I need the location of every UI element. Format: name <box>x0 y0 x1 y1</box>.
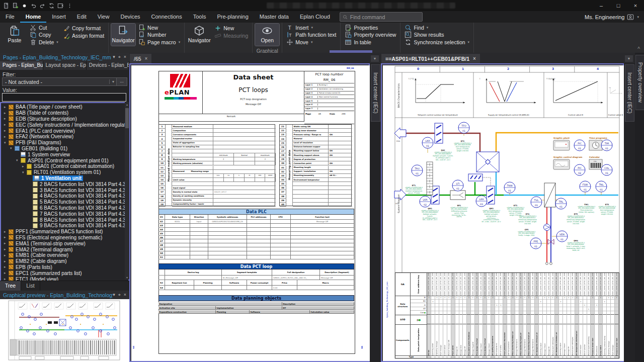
ribbon-number-button[interactable]: 12Number <box>137 31 182 38</box>
qat-closeed-icon[interactable] <box>56 2 64 10</box>
tree-item[interactable]: 1 Ventilation unit <box>1 175 128 182</box>
close-icon[interactable]: × <box>124 292 126 298</box>
tree-item[interactable]: ▾RLT01 (Ventilation system 01) <box>1 169 128 175</box>
tree-item[interactable]: ▸EMB1 (Cable overview) <box>1 252 128 258</box>
page-ref-top[interactable]: RM_06 <box>347 67 354 69</box>
tree-item[interactable]: 6 BACS function list VDI 3814 Part 4.3 <box>1 205 128 211</box>
ribbon-delete-button[interactable]: Delete▾ <box>28 39 60 46</box>
ribbon-navigator-button[interactable]: Navigator <box>187 24 211 46</box>
tree-item[interactable]: 8 BACS function list VDI 3814 Part 4.3 <box>1 217 128 223</box>
ribbon-show-results-button[interactable]: Show results <box>403 31 471 38</box>
datasheet-viewport[interactable]: RM_066466ePLANData sheetPCT loopsPCT loo… <box>129 63 370 362</box>
panel-tab-0[interactable]: Pages - Eplan_Buildin... <box>0 61 43 70</box>
ribbon-collapse-button[interactable]: ^ <box>637 46 640 52</box>
ribbon-open-button[interactable]: Open <box>255 24 279 46</box>
pin-icon[interactable]: ⌖ <box>118 292 121 298</box>
ribbon-cut-button[interactable]: Cut <box>28 24 60 31</box>
ribbon-tab-insert[interactable]: Insert <box>46 11 71 23</box>
ribbon-paste-button[interactable]: Paste <box>3 24 27 46</box>
close-icon[interactable]: × <box>473 56 476 61</box>
close-icon[interactable]: × <box>124 54 126 60</box>
qat-pageplus-icon[interactable] <box>11 2 19 10</box>
ribbon-property-overview-button[interactable]: Property overview <box>343 31 397 38</box>
tree-item[interactable]: ▾GEB01 (Building 01) <box>1 146 128 152</box>
ribbon-tab-file[interactable]: File <box>0 11 20 23</box>
command-search-input[interactable]: Find command <box>340 12 423 22</box>
ribbon-new-button[interactable]: New <box>213 24 250 32</box>
tab-list-dropdown[interactable]: ▼ <box>371 55 379 62</box>
tree-item[interactable]: ▸EPB (Parts lists) <box>1 264 128 270</box>
ribbon-insert-button[interactable]: TInsert▾ <box>285 24 338 31</box>
tree-item[interactable]: 2 BACS function list VDI 3814 Part 4.3 <box>1 181 128 187</box>
ribbon-properties-button[interactable]: Properties <box>343 24 397 31</box>
ribbon-find-button[interactable]: Find▾ <box>403 24 471 31</box>
ribbon-measuring-button[interactable]: Measuring <box>213 32 250 39</box>
close-icon[interactable]: × <box>145 56 148 61</box>
tree-item[interactable]: 1 System overview <box>1 151 128 157</box>
tab-tree[interactable]: Tree <box>0 281 21 291</box>
tree-item[interactable]: ▸EMA2 (Terminal diagram) <box>1 246 128 252</box>
tree-item[interactable]: ▾PFB (P&I Diagrams) <box>1 140 128 146</box>
pin-icon[interactable]: ⌖ <box>118 54 121 60</box>
panel-tab-1[interactable]: Layout space - Eplan_... <box>43 61 87 70</box>
diagram-viewport[interactable]: EHAAULCALTFO01LKA01TAU01LFI01LKA02LKA03T… <box>381 63 624 362</box>
panel-menu-icon[interactable]: ▾ <box>113 54 115 60</box>
tree-item[interactable]: ▸EDB (Structure description) <box>1 116 128 122</box>
ribbon-in-table-button[interactable]: In table <box>343 39 397 46</box>
restore-button[interactable]: □ <box>610 0 627 11</box>
ribbon-copy-button[interactable]: Copy <box>28 31 60 38</box>
tree-item[interactable]: 5 BACS function list VDI 3814 Part 4.3 <box>1 199 128 205</box>
tree-item[interactable]: ▸BAA (Title page / cover sheet) <box>1 104 128 110</box>
filter-dropdown[interactable]: - Not activated - ▾ <box>2 77 117 86</box>
ribbon-tab-connections[interactable]: Connections <box>146 11 188 23</box>
tree-item[interactable]: ▸EEC (Safety instructions / Implementati… <box>1 122 128 128</box>
ribbon-path-function-text-button[interactable]: TPath function text <box>285 31 338 38</box>
ribbon-tab-eplan-cloud[interactable]: Eplan Cloud <box>294 11 336 23</box>
tree-scrollbar[interactable]: ▴▾ <box>125 102 129 280</box>
panel-tab-2[interactable]: Devices - Eplan_Build... <box>87 61 129 70</box>
ribbon-tab-pre-planning[interactable]: Pre-planning <box>211 11 254 23</box>
qat-undo-icon[interactable] <box>29 2 37 10</box>
tree-item[interactable]: ▸PPF1 (Summarized BACS function list) <box>1 229 128 235</box>
ribbon-copy-format-button[interactable]: Copy format <box>61 24 106 32</box>
tree-item[interactable]: ▸EMB2 (Cable diagram) <box>1 258 128 264</box>
user-menu[interactable]: Ms. Engineering ▾ <box>585 14 644 21</box>
panel-menu-icon[interactable]: ▾ <box>113 292 115 298</box>
tree-item[interactable]: ▸EFA1 (PLC card overview) <box>1 128 128 134</box>
ribbon-synchronize-selection-button[interactable]: Synchronize selection▾ <box>403 39 471 46</box>
tree-item[interactable]: ▸EFS (Electrical engineering schematic) <box>1 235 128 241</box>
graphical-preview[interactable] <box>0 299 129 362</box>
ribbon-move-button[interactable]: Move▾ <box>285 39 338 46</box>
document-tab-diagram[interactable]: ==ASP01=RLT01++GEB01&PFB/1 × <box>381 54 480 63</box>
ribbon-navigator-button[interactable]: Navigator <box>111 24 135 46</box>
tree-item[interactable]: ▸SSA01 (Control cabinet automation) <box>1 163 128 169</box>
ribbon-tab-edit[interactable]: Edit <box>71 11 92 23</box>
ribbon-tab-view[interactable]: View <box>92 11 115 23</box>
value-input[interactable] <box>2 93 126 102</box>
tree-item[interactable]: ▾ASP01 (Control equipment plant 01) <box>1 157 128 163</box>
tree-item[interactable]: 7 BACS function list VDI 3814 Part 4.3 <box>1 211 128 217</box>
document-tab-datasheet[interactable]: /65 × <box>130 54 151 63</box>
qat-page-icon[interactable] <box>2 2 10 10</box>
tree-item[interactable]: ▸EPC1 (Summarized parts list) <box>1 270 128 276</box>
tree-item[interactable]: 3 BACS function list VDI 3814 Part 4.3 <box>1 187 128 193</box>
ribbon-assign-format-button[interactable]: Assign format <box>61 32 106 39</box>
qat-sync-icon[interactable] <box>47 2 55 10</box>
qat-redo-icon[interactable] <box>38 2 46 10</box>
tree-item[interactable]: ▸BAB (Table of contents) <box>1 110 128 116</box>
property-overview-tab[interactable]: Property overview <box>635 55 644 110</box>
insert-center-tab[interactable]: Insert center (IEC) <box>625 64 634 122</box>
ribbon-tab-home[interactable]: Home <box>20 11 47 23</box>
tab-list[interactable]: List <box>21 281 40 291</box>
filter-more-button[interactable]: ... <box>116 77 127 86</box>
tree-item[interactable]: 4 BACS function list VDI 3814 Part 4.3 <box>1 193 128 199</box>
tree-item[interactable]: ▸EMA1 (Terminal-strip overview) <box>1 240 128 246</box>
ribbon-tab-tools[interactable]: Tools <box>188 11 212 23</box>
tree-item[interactable]: ▸EFA2 (Network Overview) <box>1 134 128 140</box>
close-button[interactable]: × <box>627 0 644 11</box>
minimize-button[interactable]: – <box>593 0 610 11</box>
qat-dots-icon[interactable] <box>65 2 73 10</box>
tree-item[interactable]: 9 BACS function list VDI 3814 Part 4.3 <box>1 223 128 229</box>
qat-record-icon[interactable] <box>20 2 28 10</box>
ribbon-page-macro-button[interactable]: Page macro▾ <box>137 39 182 46</box>
